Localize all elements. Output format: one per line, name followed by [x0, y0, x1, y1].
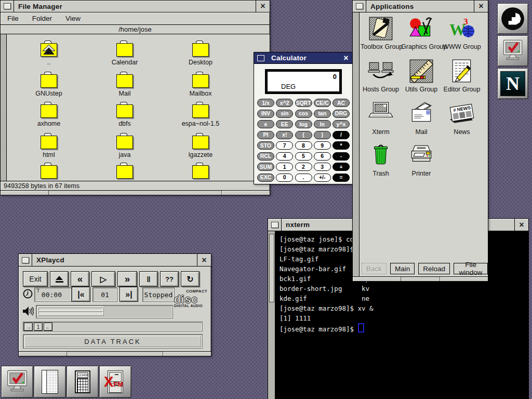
folder-item[interactable]: lgazzete [169, 136, 232, 158]
terminal-scrollbar[interactable] [268, 231, 275, 399]
calc-button[interactable]: ) [314, 131, 331, 139]
app-item-printer[interactable]: Printer [401, 141, 442, 177]
folder-item[interactable]: Mailbox [169, 74, 232, 97]
jump-back-button[interactable]: ← [44, 323, 52, 331]
folder-item[interactable]: Mail [94, 74, 156, 97]
window-menu-button[interactable] [1, 1, 14, 12]
folder-item[interactable] [169, 165, 232, 181]
calc-button[interactable]: y^x [332, 120, 350, 128]
resize-handle-right[interactable] [221, 191, 270, 195]
reload-button[interactable]: Reload [418, 263, 450, 274]
menu-file[interactable]: File [7, 15, 19, 22]
folder-item[interactable]: Desktop [169, 43, 232, 66]
calc-button[interactable]: PI [257, 131, 274, 139]
resize-bar[interactable] [353, 276, 488, 281]
app-item-toolbox-group[interactable]: Toolbox Group [361, 15, 401, 50]
close-icon[interactable]: × [197, 254, 211, 266]
file-window-button[interactable]: File window [454, 263, 488, 274]
calculator-titlebar[interactable]: Calculator × [254, 52, 353, 64]
calc-button[interactable]: ( [295, 131, 312, 139]
calc-button[interactable]: * [332, 141, 350, 150]
calc-button[interactable]: DRG [332, 110, 350, 118]
resize-handle-right[interactable] [163, 352, 211, 356]
xfm-app-tile[interactable]: XFM [99, 366, 131, 398]
app-item-mail[interactable]: Mail [401, 100, 442, 136]
eject-button[interactable] [50, 271, 69, 287]
applications-titlebar[interactable]: Applications × [353, 1, 488, 12]
calc-button[interactable]: SUM [257, 163, 274, 171]
xplaycd-titlebar[interactable]: XPlaycd × [19, 254, 211, 267]
calc-button[interactable]: x^2 [276, 99, 293, 107]
calc-button[interactable]: + [332, 163, 350, 171]
folder-item[interactable]: Calendar [94, 43, 156, 66]
resize-handle-left[interactable] [353, 277, 401, 281]
monitor-check-dock-tile[interactable]: ... [497, 35, 528, 66]
jump-forward-button[interactable]: → [24, 323, 33, 331]
calc-button[interactable]: tan [314, 110, 331, 118]
resize-handle-left[interactable] [19, 352, 67, 356]
calc-button[interactable]: 8 [295, 141, 312, 150]
window-menu-button[interactable] [353, 1, 366, 12]
folder-item[interactable]: .. [18, 43, 80, 66]
calc-button[interactable]: e [257, 120, 274, 128]
window-menu-button[interactable] [254, 52, 267, 63]
menu-view[interactable]: View [65, 15, 81, 22]
calc-button[interactable]: . [295, 174, 312, 182]
calc-button[interactable]: INV [257, 110, 274, 118]
window-menu-button[interactable] [19, 254, 32, 266]
folder-item[interactable]: html [18, 136, 80, 158]
forward-button[interactable]: » [117, 271, 137, 287]
folder-item[interactable]: axhome [18, 104, 80, 127]
calc-button[interactable]: SQRT [295, 99, 312, 107]
resize-handle-right[interactable] [440, 277, 488, 281]
window-menu-button[interactable] [268, 219, 282, 231]
folder-item[interactable] [18, 165, 80, 181]
menu-folder[interactable]: Folder [32, 15, 52, 22]
calc-button[interactable]: cos [295, 110, 312, 118]
calc-button[interactable]: 9 [314, 141, 331, 150]
calc-button[interactable]: 3 [314, 163, 331, 171]
calc-button[interactable]: AC [332, 99, 350, 107]
skip-start-button[interactable]: |« [72, 287, 90, 302]
app-item-editor-group[interactable]: Editor Group [442, 57, 482, 93]
folder-item[interactable]: dbfs [94, 104, 156, 127]
calc-button[interactable]: ln [314, 120, 331, 128]
app-item-utils-group[interactable]: Utils Group [401, 57, 442, 93]
calc-button[interactable]: 1 [276, 163, 293, 171]
calc-button[interactable]: = [332, 174, 350, 182]
volume-slider-handle[interactable] [37, 307, 104, 316]
folder-item[interactable]: java [94, 136, 156, 158]
calc-button[interactable]: 4 [276, 152, 293, 161]
scrollbar-thumb[interactable] [269, 234, 274, 302]
calc-button[interactable]: STO [257, 141, 274, 150]
app-item-hosts-group[interactable]: Hosts Group [361, 57, 401, 93]
calc-button[interactable]: sin [276, 110, 293, 118]
folder-item[interactable]: GNUstep [18, 74, 80, 97]
folder-item[interactable]: espa~nol-1.5 [169, 104, 232, 127]
calc-button[interactable]: 7 [276, 141, 293, 150]
loop-button[interactable]: ↻ [181, 271, 200, 287]
app-item-news[interactable]: # NEWS News [442, 100, 482, 136]
calculator-app-tile[interactable]: 123456 [66, 366, 99, 398]
close-icon[interactable]: × [474, 1, 488, 12]
resize-bar[interactable] [1, 190, 270, 195]
app-item-graphics-group[interactable]: Graphics Group [401, 15, 442, 50]
main-button[interactable]: Main [390, 263, 415, 274]
calc-button[interactable]: +/- [314, 174, 331, 182]
play-button[interactable]: ▷ [91, 271, 115, 287]
file-manager-titlebar[interactable]: File Manager × [1, 1, 270, 12]
calc-button[interactable]: - [332, 152, 350, 161]
calc-button[interactable]: x! [276, 131, 293, 139]
monitor-check-app-tile[interactable] [1, 366, 33, 398]
close-icon[interactable]: × [514, 219, 528, 231]
calc-button[interactable]: 0 [276, 174, 293, 182]
back-button[interactable]: Back [362, 263, 387, 274]
calc-button[interactable]: 1/x [257, 99, 274, 107]
resize-bar[interactable] [19, 351, 211, 356]
app-item-xterm[interactable]: Xterm [361, 100, 401, 136]
close-icon[interactable]: × [339, 52, 353, 63]
calc-button[interactable]: / [332, 131, 350, 139]
netscape-dock-tile[interactable]: N [497, 68, 528, 99]
app-item-trash[interactable]: Trash [361, 141, 401, 177]
folder-item[interactable] [94, 165, 156, 181]
